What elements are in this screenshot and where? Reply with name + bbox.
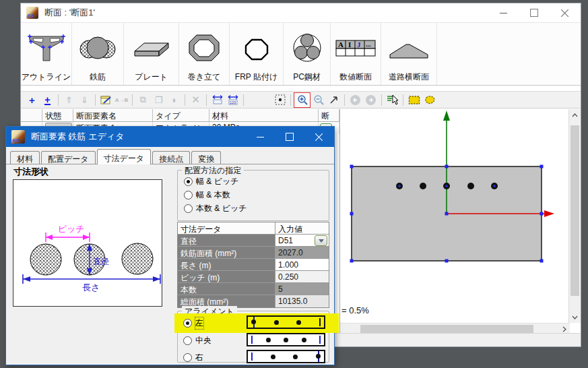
align-right-preview[interactable] xyxy=(247,350,325,363)
fit-width-123-icon: 123 xyxy=(227,94,239,105)
svg-text:J: J xyxy=(357,40,361,49)
add-below-button[interactable]: + xyxy=(40,93,55,107)
select-lasso-icon xyxy=(424,95,436,105)
separator xyxy=(403,94,403,106)
svg-text:...: ... xyxy=(366,41,371,48)
separator xyxy=(206,94,207,106)
radio-align-left[interactable]: 左 xyxy=(183,317,203,329)
svg-text:I: I xyxy=(348,40,351,49)
tab-placement-data[interactable]: 配置データ xyxy=(41,151,96,164)
vertical-scrollbar[interactable] xyxy=(568,109,581,323)
row-pitch: ピッチ (m) 0.250 xyxy=(178,271,329,283)
tab-convert[interactable]: 変換 xyxy=(191,151,221,164)
dialog-close-button[interactable] xyxy=(304,127,334,147)
rebar-icon xyxy=(78,32,117,65)
separator xyxy=(243,94,244,106)
scroll-down-icon[interactable] xyxy=(569,311,581,323)
add-button[interactable]: + xyxy=(24,93,40,107)
radio-width-count[interactable]: 幅 & 本数 xyxy=(184,189,230,201)
dialog-maximize-button[interactable] xyxy=(275,127,304,147)
select-rect-button[interactable] xyxy=(406,93,422,107)
col-material[interactable]: 材料 xyxy=(209,109,319,121)
col-element-name[interactable]: 断面要素名 xyxy=(73,109,153,121)
tab-dimension-data[interactable]: 寸法データ xyxy=(97,149,152,164)
separator xyxy=(95,94,96,106)
duplicate-button[interactable]: ◗ xyxy=(166,93,182,107)
numeric-section-icon: A I J ... xyxy=(335,32,377,65)
col-state[interactable]: 状態 xyxy=(42,109,73,121)
radio-width-pitch[interactable]: 幅 & ピッチ xyxy=(184,176,239,187)
minimize-button[interactable] xyxy=(488,3,519,22)
move-up-button[interactable]: ⇑ xyxy=(61,93,77,107)
element-table-header: 状態 断面要素名 タイプ 材料 断 xyxy=(21,109,339,122)
move-down-button[interactable]: ⇓ xyxy=(77,93,92,107)
minimize-icon xyxy=(257,137,264,137)
vertical-scroll-thumb[interactable] xyxy=(570,125,579,296)
tool-rebar[interactable]: 鉄筋 xyxy=(72,23,124,85)
copy-button[interactable]: ⧉ xyxy=(135,93,151,107)
tool-outline[interactable]: アウトライン xyxy=(21,23,72,85)
radio-align-right[interactable]: 右 xyxy=(183,352,203,363)
tool-plate[interactable]: プレート xyxy=(124,23,179,85)
pan-arrow-icon xyxy=(329,95,339,105)
select-lasso-button[interactable] xyxy=(422,93,437,107)
section-canvas[interactable]: = 0.5% xyxy=(340,109,570,323)
view-back-button[interactable] xyxy=(348,93,363,107)
tool-pc-steel[interactable]: PC鋼材 xyxy=(284,23,331,85)
edit-toolbar: + + ⇑ ⇓ A→B ⧉ ❐ ◗ ✕ xyxy=(21,91,581,109)
paste-button[interactable]: ❐ xyxy=(151,93,166,107)
length-value[interactable]: 1.000 xyxy=(275,259,329,270)
placement-method-group: 配置方法の指定 幅 & ピッチ 幅 & 本数 本数 & ピッチ xyxy=(177,170,329,221)
tab-connection-point[interactable]: 接続点 xyxy=(152,151,190,164)
radio-align-center[interactable]: 中央 xyxy=(183,335,211,346)
col-type[interactable]: タイプ xyxy=(153,109,209,121)
dialog-minimize-button[interactable] xyxy=(245,127,275,147)
rebar-area-value: 2027.0 xyxy=(275,247,329,258)
radio-count-pitch[interactable]: 本数 & ピッチ xyxy=(184,203,247,214)
separator xyxy=(381,94,382,106)
scroll-up-icon[interactable] xyxy=(569,109,581,121)
radio-icon xyxy=(184,177,193,186)
zoom-in-button[interactable] xyxy=(294,92,311,108)
fit-width-button[interactable] xyxy=(209,93,225,107)
wrap-icon xyxy=(185,32,223,65)
pitch-value[interactable]: 0.250 xyxy=(275,271,329,282)
maximize-button[interactable] xyxy=(519,3,550,22)
tool-road-cross-section[interactable]: 道路横断面 xyxy=(381,23,437,85)
tool-frp[interactable]: FRP 貼付け xyxy=(230,23,284,85)
col-section[interactable]: 断 xyxy=(319,109,339,121)
shape-panel-title: 寸法形状 xyxy=(13,166,48,178)
diameter-dropdown-button[interactable] xyxy=(315,235,327,246)
tab-material[interactable]: 材料 xyxy=(10,151,40,164)
diameter-value[interactable]: D51 xyxy=(275,235,329,246)
delete-button[interactable]: ✕ xyxy=(188,93,203,107)
edit-button[interactable] xyxy=(98,93,114,107)
rename-icon: A→B xyxy=(115,97,129,103)
dimension-table-header: 寸法データ 入力値 xyxy=(178,222,329,235)
select-button[interactable] xyxy=(385,93,400,107)
fit-width-123-button[interactable]: 123 xyxy=(225,93,240,107)
tool-numeric-section[interactable]: A I J ... 数値断面 xyxy=(331,23,381,85)
app-icon: ES xyxy=(26,7,38,19)
plate-icon xyxy=(132,32,171,65)
close-button[interactable] xyxy=(550,3,581,22)
maximize-icon xyxy=(530,9,538,17)
svg-text:123: 123 xyxy=(230,100,236,104)
zoom-fit-button[interactable] xyxy=(272,93,288,107)
edit-icon xyxy=(100,95,112,105)
tool-wrap[interactable]: 巻き立て xyxy=(179,23,230,85)
diameter-label: 直径 xyxy=(93,257,109,266)
rename-button[interactable]: A→B xyxy=(114,93,129,107)
close-icon xyxy=(561,9,569,17)
forward-icon xyxy=(365,94,377,106)
separator xyxy=(290,94,291,106)
align-center-preview[interactable] xyxy=(247,333,325,346)
radio-icon xyxy=(183,353,192,362)
row-rebar-area: 鉄筋面積 (mm²) 2027.0 xyxy=(178,247,329,259)
align-left-preview[interactable] xyxy=(247,315,325,329)
zoom-out-button[interactable] xyxy=(311,93,326,107)
view-forward-button[interactable] xyxy=(363,93,379,107)
x-axis-arrowhead xyxy=(544,210,554,217)
pan-button[interactable] xyxy=(326,93,341,107)
rebar-editor-dialog: ES 断面要素 鉄筋 エディタ 材料 配置データ 寸法データ 接続点 変換 寸法… xyxy=(5,126,335,365)
